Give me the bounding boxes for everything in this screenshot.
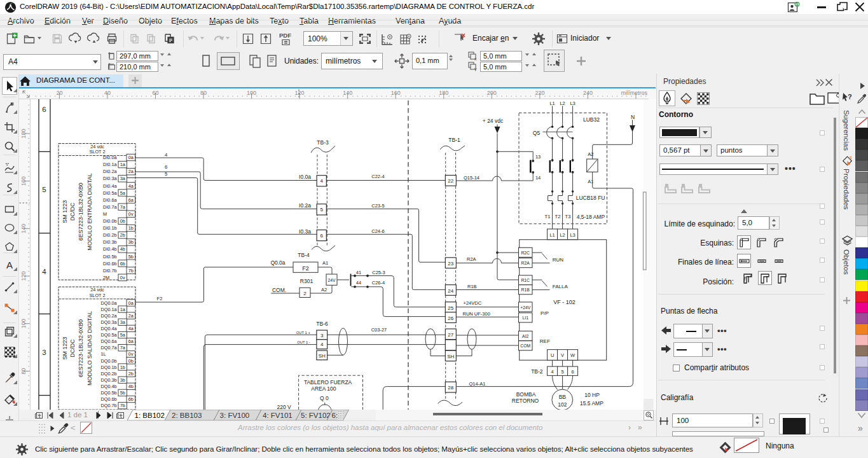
svg-text:6: 6 [320,233,323,239]
svg-text:A1: A1 [322,260,328,266]
svg-text:C22-4: C22-4 [371,174,384,179]
svg-text:T2: T2 [555,214,561,219]
svg-text:DI0.4a: DI0.4a [103,183,117,189]
svg-text:6: 6 [572,369,574,375]
svg-text:REF: REF [540,338,550,344]
svg-text:22: 22 [448,178,453,184]
svg-text:TB-4: TB-4 [298,252,310,258]
svg-text:I0.0a: I0.0a [299,174,311,180]
svg-text:4,5-18 AMP: 4,5-18 AMP [577,214,605,220]
svg-text:3: 3 [320,333,324,338]
svg-text:0b: 0b [120,218,125,224]
svg-text:5b: 5b [120,390,125,396]
svg-text:Q15-14: Q15-14 [464,175,479,181]
svg-text:5: 5 [165,171,167,177]
svg-text:FALLA: FALLA [553,284,568,289]
svg-text:SH: SH [447,354,454,359]
svg-text:2b: 2b [128,371,134,377]
svg-text:1a: 1a [120,162,126,167]
svg-text:A: A [6,260,13,270]
svg-text:C24-6: C24-6 [371,228,384,234]
svg-text:LUB32: LUB32 [583,116,600,123]
svg-text:4: 4 [42,268,46,275]
svg-text:L2: L2 [560,232,565,238]
svg-text:DQ0.3a: DQ0.3a [101,319,118,325]
svg-text:M: M [103,211,107,217]
svg-text:6ES7223-1BL32-0XB0: 6ES7223-1BL32-0XB0 [78,319,84,377]
svg-text:1a: 1a [120,307,126,312]
svg-text:PDF: PDF [279,32,291,39]
svg-text:+ 24 vdc: + 24 vdc [483,118,504,124]
svg-text:R1C: R1C [521,278,530,282]
svg-text:LI1: LI1 [522,316,528,320]
svg-text:4: 4 [320,342,324,347]
svg-text:R2A: R2A [467,256,476,262]
svg-text:R301: R301 [300,278,313,284]
svg-text:DI0.2b: DI0.2b [103,232,117,238]
svg-text:TABLERO FUERZA: TABLERO FUERZA [304,379,352,385]
svg-text:TB-1: TB-1 [448,137,460,143]
svg-text:DI0.4b: DI0.4b [103,246,117,252]
svg-text:DI0.0b: DI0.0b [103,218,117,224]
svg-text:Q14-A1: Q14-A1 [469,381,486,387]
svg-text:AREA 100: AREA 100 [311,385,336,392]
svg-text:W: W [570,352,575,358]
svg-text:80: 80 [200,90,207,96]
svg-text:MODULO SALIDAS DIGITAL: MODULO SALIDAS DIGITAL [86,311,93,385]
svg-text:DQ0.7a: DQ0.7a [101,345,118,350]
svg-text:6b: 6b [128,396,134,402]
svg-text:MODULO ENTRADA DIGITAL: MODULO ENTRADA DIGITAL [86,173,93,250]
svg-text:DI0.2a: DI0.2a [103,169,117,174]
svg-text:2b: 2b [120,232,125,238]
svg-text:2a: 2a [128,169,134,174]
svg-text:+24V: +24V [520,305,531,310]
svg-text:6b: 6b [120,261,125,267]
svg-text:4a: 4a [128,183,134,189]
svg-text:5b: 5b [128,254,134,260]
svg-text:6: 6 [42,106,46,113]
svg-text:SM 1223: SM 1223 [62,337,68,359]
svg-text:F2: F2 [157,296,163,302]
svg-text:DI0.3b: DI0.3b [103,239,117,245]
svg-text:24V: 24V [327,278,336,282]
svg-text:R1B: R1B [467,284,477,289]
svg-text:3a: 3a [120,176,126,181]
svg-text:100: 100 [247,90,256,96]
svg-text:DI0.7a: DI0.7a [103,204,117,210]
svg-text:I0.2a: I0.2a [299,202,311,209]
svg-text:4b: 4b [120,246,125,252]
svg-text:2a: 2a [128,313,134,319]
svg-text:15.5 AMP: 15.5 AMP [580,400,603,406]
svg-text:DI0.1a: DI0.1a [103,162,117,167]
svg-text:A2: A2 [321,287,327,293]
svg-text:U: U [551,352,554,358]
svg-text:180: 180 [20,128,27,138]
svg-text:DI0.1b: DI0.1b [103,225,117,231]
svg-text:DQ0.7b: DQ0.7b [101,403,117,408]
svg-text:3b: 3b [120,377,125,383]
svg-text:80: 80 [20,368,27,374]
svg-text:5a: 5a [120,190,126,196]
svg-text:DQ0.2a: DQ0.2a [101,313,118,319]
svg-text:V: V [561,352,564,358]
svg-text:220: 220 [535,90,544,96]
svg-text:23: 23 [448,261,453,267]
svg-text:24: 24 [448,288,453,294]
svg-text:SM 1223: SM 1223 [62,200,68,223]
svg-text:100: 100 [20,319,27,328]
svg-text:DQ0.1b: DQ0.1b [101,364,117,370]
svg-text:N: N [631,114,635,120]
svg-text:4: 4 [320,178,323,184]
svg-text:AI2: AI2 [522,334,528,338]
svg-text:DQ0.2b: DQ0.2b [101,371,117,377]
svg-text:SH: SH [319,353,326,359]
svg-text:I0.3a: I0.3a [299,228,311,235]
svg-text:RUN: RUN [553,257,564,263]
svg-text:L1: L1 [549,232,555,238]
svg-text:5: 5 [561,369,564,375]
svg-text:DI0.7b: DI0.7b [103,268,117,274]
svg-text:DQ0.1a: DQ0.1a [101,307,118,312]
svg-text:C25-3: C25-3 [372,270,385,275]
svg-text:0b: 0b [128,358,134,364]
svg-text:41: 41 [356,270,361,275]
